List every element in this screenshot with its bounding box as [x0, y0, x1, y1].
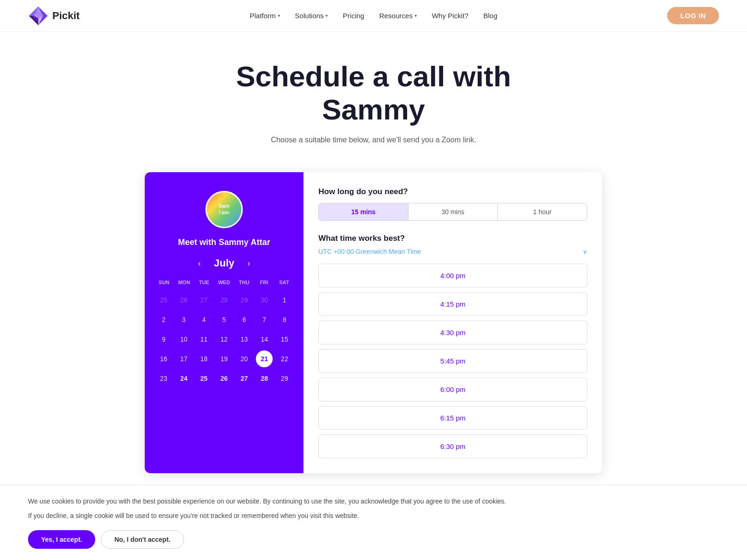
cal-day-selected[interactable]: 21 [256, 350, 273, 367]
hero-section: Schedule a call with Sammy Choose a suit… [0, 32, 747, 163]
time-slot[interactable]: 4:00 pm [318, 264, 587, 287]
cal-day[interactable]: 5 [216, 311, 233, 328]
cal-day[interactable]: 22 [276, 350, 293, 367]
cal-day[interactable]: 10 [176, 331, 192, 348]
duration-30-button[interactable]: 30 mins [409, 203, 498, 220]
cal-day[interactable]: 17 [176, 350, 192, 367]
cal-day[interactable]: 3 [176, 311, 192, 328]
logo-text: Pickit [52, 10, 80, 22]
cal-day[interactable]: 24 [176, 370, 192, 387]
prev-month-button[interactable]: ‹ [194, 257, 204, 270]
cal-header-sat: SAT [274, 278, 294, 287]
cal-day[interactable]: 19 [216, 350, 233, 367]
cal-day[interactable]: 9 [155, 331, 172, 348]
calendar-panel: SamI am Meet with Sammy Attar ‹ July › S… [145, 172, 303, 473]
time-slots: 4:00 pm 4:15 pm 4:30 pm 5:45 pm 6:00 pm … [318, 264, 587, 458]
cal-day[interactable]: 16 [155, 350, 172, 367]
nav-link-why-pickit?[interactable]: Why Pickit? [432, 12, 468, 20]
time-label: What time works best? [318, 234, 587, 243]
pickit-logo-icon [28, 6, 49, 26]
cal-header-fri: FRI [254, 278, 274, 287]
chevron-down-icon: ▾ [278, 13, 280, 18]
cal-day[interactable]: 13 [236, 331, 253, 348]
duration-15-button[interactable]: 15 mins [319, 203, 409, 220]
logo[interactable]: Pickit [28, 6, 80, 26]
cal-day[interactable]: 27 [196, 292, 212, 308]
time-slot[interactable]: 4:30 pm [318, 321, 587, 344]
cal-day[interactable]: 27 [236, 370, 253, 387]
cal-header-sun: SUN [154, 278, 174, 287]
avatar-placeholder: SamI am [207, 192, 241, 227]
calendar-body: 25 26 27 28 29 30 1 2 3 4 5 6 7 8 9 [154, 291, 294, 388]
cal-day[interactable]: 20 [236, 350, 253, 367]
time-slot[interactable]: 6:00 pm [318, 378, 587, 401]
duration-buttons: 15 mins 30 mins 1 hour [318, 203, 587, 221]
timezone-chevron-icon: ∨ [583, 248, 587, 255]
nav-link-blog[interactable]: Blog [483, 12, 497, 20]
meet-title: Meet with Sammy Attar [178, 238, 270, 247]
duration-1hour-button[interactable]: 1 hour [498, 203, 587, 220]
cal-day[interactable]: 11 [196, 331, 212, 348]
month-label: July [214, 257, 234, 269]
timezone-value: UTC +00:00 Greenwich Mean Time [318, 248, 421, 255]
booking-card: SamI am Meet with Sammy Attar ‹ July › S… [145, 172, 602, 473]
cal-day[interactable]: 14 [256, 331, 273, 348]
calendar-grid: SUN MON TUE WED THU FRI SAT 25 26 27 28 … [154, 278, 294, 388]
next-month-button[interactable]: › [244, 257, 254, 270]
cal-day[interactable]: 7 [256, 311, 273, 328]
time-slot[interactable]: 6:30 pm [318, 434, 587, 458]
cal-day[interactable]: 28 [216, 292, 233, 308]
cal-day[interactable]: 1 [276, 292, 293, 308]
month-nav: ‹ July › [194, 257, 254, 270]
time-slot[interactable]: 4:15 pm [318, 292, 587, 316]
cal-header-wed: WED [214, 278, 234, 287]
avatar: SamI am [205, 191, 243, 228]
cal-day[interactable]: 29 [236, 292, 253, 308]
duration-label: How long do you need? [318, 187, 587, 196]
nav-link-pricing[interactable]: Pricing [343, 12, 364, 20]
chevron-down-icon: ▾ [325, 13, 328, 18]
cal-day[interactable]: 6 [236, 311, 253, 328]
cal-header-thu: THU [234, 278, 254, 287]
cal-day[interactable]: 2 [155, 311, 172, 328]
cal-header-tue: TUE [194, 278, 214, 287]
login-button[interactable]: LOG IN [667, 7, 719, 24]
calendar-header: SUN MON TUE WED THU FRI SAT [154, 278, 294, 287]
timezone-selector[interactable]: UTC +00:00 Greenwich Mean Time ∨ [318, 248, 587, 255]
chevron-down-icon: ▾ [415, 13, 417, 18]
cal-day[interactable]: 26 [216, 370, 233, 387]
cookie-banner: We use cookies to provide you with the b… [0, 485, 747, 492]
nav-link-platform[interactable]: Platform▾ [250, 12, 280, 20]
cal-day[interactable]: 29 [276, 370, 293, 387]
nav-link-solutions[interactable]: Solutions▾ [295, 12, 328, 20]
nav-links: Platform▾Solutions▾PricingResources▾Why … [250, 12, 498, 20]
cal-day[interactable]: 15 [276, 331, 293, 348]
cal-day[interactable]: 18 [196, 350, 212, 367]
time-panel: How long do you need? 15 mins 30 mins 1 … [303, 172, 602, 473]
cal-day[interactable]: 26 [176, 292, 192, 308]
hero-title: Schedule a call with Sammy [9, 60, 738, 126]
cal-day[interactable]: 4 [196, 311, 212, 328]
cal-day[interactable]: 12 [216, 331, 233, 348]
nav-link-resources[interactable]: Resources▾ [379, 12, 417, 20]
booking-wrapper: SamI am Meet with Sammy Attar ‹ July › S… [0, 163, 747, 492]
cal-day[interactable]: 8 [276, 311, 293, 328]
time-slot[interactable]: 6:15 pm [318, 406, 587, 430]
cal-day[interactable]: 28 [256, 370, 273, 387]
cal-day[interactable]: 25 [155, 292, 172, 308]
time-slot[interactable]: 5:45 pm [318, 349, 587, 373]
navbar: Pickit Platform▾Solutions▾PricingResourc… [0, 0, 747, 32]
cal-day[interactable]: 23 [155, 370, 172, 387]
hero-subtitle: Choose a suitable time below, and we'll … [9, 136, 738, 144]
cal-header-mon: MON [174, 278, 194, 287]
cal-day[interactable]: 25 [196, 370, 212, 387]
cal-day[interactable]: 30 [256, 292, 273, 308]
